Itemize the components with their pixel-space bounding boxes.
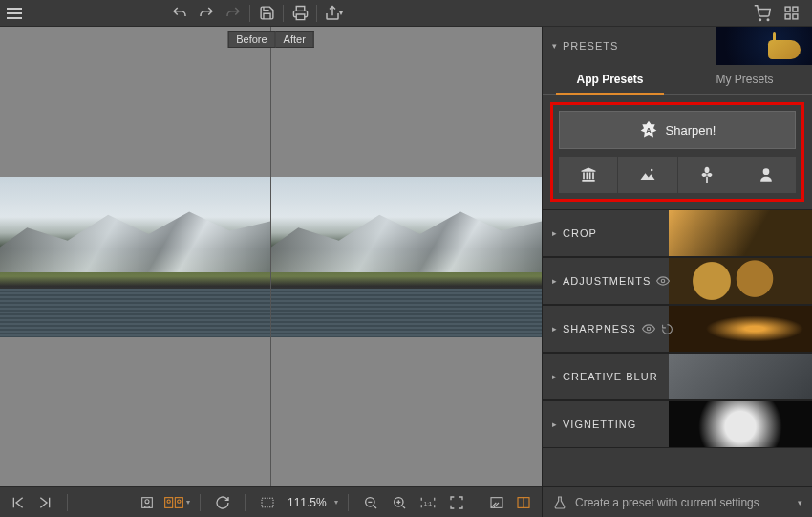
presets-title: PRESETS (563, 40, 618, 52)
svg-point-23 (647, 327, 651, 331)
after-label: After (276, 31, 314, 48)
before-pane[interactable] (0, 27, 270, 486)
sharpen-preset-button[interactable]: A Sharpen! (559, 111, 796, 149)
header-thumbnail (716, 27, 812, 65)
reset-icon[interactable] (661, 323, 673, 335)
preset-tabs: App Presets My Presets (543, 65, 812, 95)
before-after-labels: Before After (227, 31, 314, 48)
after-pane[interactable] (270, 27, 542, 486)
category-portrait-button[interactable] (737, 157, 796, 193)
zoom-level[interactable]: 111.5% (284, 496, 331, 509)
redo-button[interactable] (193, 0, 220, 27)
svg-rect-13 (262, 498, 273, 506)
visibility-icon[interactable] (642, 322, 655, 335)
before-image (0, 177, 270, 337)
dropdown-icon[interactable]: ▾ (798, 498, 802, 507)
separator (200, 494, 201, 511)
next-image-button[interactable] (32, 490, 57, 515)
prev-image-button[interactable] (6, 490, 31, 515)
separator (316, 5, 317, 22)
expand-icon: ▸ (552, 228, 557, 238)
svg-rect-2 (785, 7, 790, 11)
category-architecture-button[interactable] (559, 157, 617, 193)
section-adjustments[interactable]: ▸ ADJUSTMENTS (543, 257, 812, 305)
section-creative-blur[interactable]: ▸ CREATIVE BLUR (543, 353, 812, 400)
before-label: Before (227, 31, 275, 48)
show-before-button[interactable] (484, 490, 509, 515)
expand-icon: ▸ (552, 420, 557, 429)
section-label: VIGNETTING (563, 419, 636, 430)
print-button[interactable] (287, 0, 313, 27)
visibility-icon[interactable] (656, 274, 670, 288)
collapse-icon: ▾ (552, 41, 557, 51)
create-preset-label: Create a preset with current settings (575, 496, 759, 509)
svg-text:1:1: 1:1 (424, 501, 433, 506)
svg-point-1 (767, 19, 769, 21)
section-thumbnail (669, 401, 812, 447)
separator (67, 494, 68, 511)
section-thumbnail (669, 354, 812, 399)
view-single-button[interactable] (135, 490, 160, 515)
section-label: CROP (563, 227, 597, 239)
zoom-in-button[interactable] (387, 490, 412, 515)
expand-icon: ▸ (552, 276, 557, 286)
navigator-button[interactable] (255, 490, 280, 515)
flask-icon (552, 495, 567, 510)
top-toolbar: ▾ (0, 0, 812, 27)
svg-point-21 (651, 169, 653, 172)
rotate-button[interactable] (210, 490, 235, 515)
section-thumbnail (669, 258, 812, 304)
undo-button[interactable] (166, 0, 193, 27)
presets-header[interactable]: ▾ PRESETS (543, 27, 812, 65)
svg-point-0 (759, 19, 761, 21)
svg-point-22 (662, 279, 666, 283)
section-thumbnail (669, 306, 812, 352)
svg-rect-5 (792, 14, 797, 19)
separator (348, 494, 349, 511)
view-split-button[interactable] (161, 490, 186, 515)
zoom-out-button[interactable] (358, 490, 383, 515)
tab-app-presets[interactable]: App Presets (543, 65, 677, 94)
section-sharpness[interactable]: ▸ SHARPNESS (543, 305, 812, 353)
section-crop[interactable]: ▸ CROP (543, 209, 812, 257)
create-preset-button[interactable]: Create a preset with current settings ▾ (543, 486, 812, 517)
save-button[interactable] (253, 0, 280, 27)
zoom-dropdown-icon[interactable]: ▾ (334, 498, 338, 506)
show-split-button[interactable] (511, 490, 536, 515)
svg-point-12 (178, 500, 181, 503)
cart-button[interactable] (749, 0, 776, 27)
section-label: ADJUSTMENTS (563, 275, 651, 287)
menu-button[interactable] (4, 3, 25, 24)
grid-button[interactable] (778, 0, 804, 27)
section-vignetting[interactable]: ▸ VIGNETTING (543, 400, 812, 448)
sharpen-label: Sharpen! (666, 123, 716, 138)
svg-rect-4 (785, 14, 790, 19)
category-macro-button[interactable] (678, 157, 737, 193)
svg-point-11 (167, 500, 170, 503)
section-label: SHARPNESS (563, 323, 636, 334)
fit-1to1-button[interactable]: 1:1 (416, 490, 440, 515)
preset-category-row (559, 157, 796, 193)
share-button[interactable]: ▾ (320, 0, 347, 27)
fit-screen-button[interactable] (444, 490, 469, 515)
category-landscape-button[interactable] (618, 157, 676, 193)
separator (283, 5, 284, 22)
bottom-toolbar: ▾ 111.5% ▾ 1:1 (0, 486, 542, 517)
right-panel: ▾ PRESETS App Presets My Presets A Sharp… (542, 27, 812, 517)
tab-my-presets[interactable]: My Presets (677, 65, 812, 94)
highlighted-preset-box: A Sharpen! (550, 102, 804, 202)
redo-again-button[interactable] (220, 0, 246, 27)
sections-list: ▸ CROP ▸ ADJUSTMENTS ▸ SHARPNESS (543, 209, 812, 486)
dropdown-icon[interactable]: ▾ (186, 498, 190, 506)
section-label: CREATIVE BLUR (563, 371, 658, 382)
section-thumbnail (669, 210, 812, 256)
auto-badge-icon: A (639, 120, 658, 140)
separator (245, 494, 246, 511)
canvas-area: Before After (0, 27, 542, 517)
separator (249, 5, 250, 22)
svg-rect-3 (792, 7, 797, 11)
svg-point-8 (145, 499, 149, 503)
after-image (271, 177, 542, 337)
expand-icon: ▸ (552, 324, 557, 334)
svg-text:A: A (646, 126, 652, 135)
